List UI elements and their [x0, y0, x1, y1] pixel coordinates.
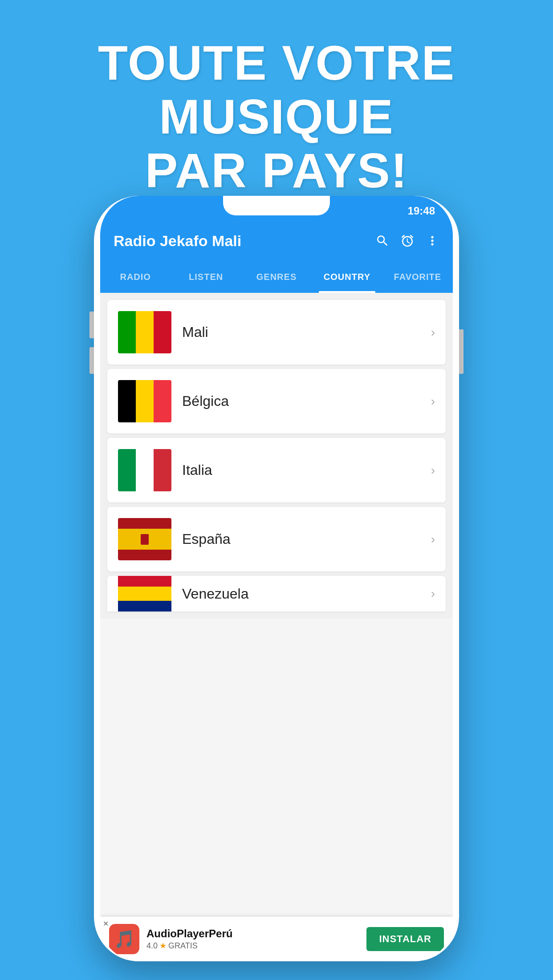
country-name-italy: Italia [182, 462, 420, 478]
country-name-mali: Mali [182, 324, 420, 340]
star-icon: ★ [159, 941, 167, 951]
app-bar-icons [375, 234, 439, 248]
power-button [459, 329, 464, 374]
more-icon[interactable] [425, 234, 439, 248]
hero-line1: TOUTE VOTRE MUSIQUE [0, 36, 553, 143]
flag-italy [118, 449, 171, 491]
tab-radio[interactable]: RADIO [100, 261, 171, 293]
chevron-right-icon: › [431, 587, 435, 601]
ad-install-button[interactable]: INSTALAR [366, 927, 444, 951]
volume-up-button [89, 312, 94, 338]
chevron-right-icon: › [431, 394, 435, 409]
app-bar: Radio Jekafo Mali [100, 221, 453, 261]
flag-belgium [118, 380, 171, 422]
chevron-right-icon: › [431, 325, 435, 340]
country-name-belgium: Bélgica [182, 393, 420, 409]
phone-screen: 19:48 Radio Jekafo Mali [100, 196, 453, 961]
ad-banner: ✕ 🎵 AudioPlayerPerú 4.0 ★ GRATIS INSTALA… [100, 917, 453, 961]
ad-info: AudioPlayerPerú 4.0 ★ GRATIS [146, 927, 359, 951]
phone-mockup: 19:48 Radio Jekafo Mali [94, 196, 459, 961]
country-item-mali[interactable]: Mali › [107, 300, 446, 364]
tab-favorite[interactable]: FAVORITE [382, 261, 453, 293]
volume-down-button [89, 347, 94, 374]
ad-app-icon: 🎵 [109, 924, 139, 954]
ad-rating: 4.0 ★ GRATIS [146, 941, 359, 951]
tabs-bar: RADIO LISTEN GENRES COUNTRY FAVORITE [100, 261, 453, 293]
search-icon[interactable] [375, 234, 390, 248]
country-name-spain: España [182, 531, 420, 547]
country-item-belgium[interactable]: Bélgica › [107, 369, 446, 433]
phone-notch [223, 196, 330, 215]
status-time: 19:48 [408, 205, 435, 217]
tab-genres[interactable]: GENRES [241, 261, 312, 293]
chevron-right-icon: › [431, 532, 435, 547]
country-list: Mali › Bélgica › [100, 293, 453, 619]
chevron-right-icon: › [431, 463, 435, 478]
country-name-venezuela: Venezuela [182, 586, 420, 602]
hero-line2: PAR PAYS! [0, 143, 553, 197]
tab-country[interactable]: COUNTRY [312, 261, 382, 293]
phone-frame: 19:48 Radio Jekafo Mali [94, 196, 459, 961]
ad-close-button[interactable]: ✕ [103, 919, 109, 928]
hero-title: TOUTE VOTRE MUSIQUE PAR PAYS! [0, 0, 553, 197]
ad-app-name: AudioPlayerPerú [146, 927, 359, 940]
country-item-venezuela[interactable]: Venezuela › [107, 576, 446, 611]
flag-mali [118, 311, 171, 353]
tab-listen[interactable]: LISTEN [171, 261, 241, 293]
flag-spain [118, 518, 171, 560]
app-title: Radio Jekafo Mali [114, 232, 366, 250]
country-item-italy[interactable]: Italia › [107, 438, 446, 502]
country-item-spain[interactable]: España › [107, 507, 446, 571]
alarm-icon[interactable] [400, 234, 415, 248]
flag-venezuela [118, 576, 171, 611]
